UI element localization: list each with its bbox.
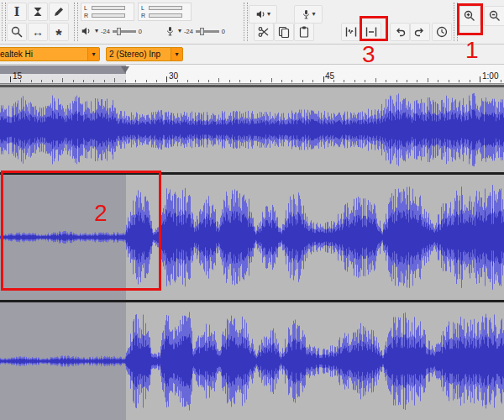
chevron-down-icon: ▾ (171, 48, 182, 60)
magnifier-icon (10, 25, 24, 39)
ruler-tick (375, 78, 376, 82)
annotation-label-1: 1 (465, 39, 479, 62)
ruler-tick (323, 76, 324, 82)
slider-knob[interactable] (117, 28, 121, 35)
copy-button[interactable] (274, 23, 294, 41)
ruler-tick (396, 80, 397, 82)
ruler-tick (135, 80, 136, 82)
annotation-box-selection (1, 171, 161, 291)
speaker-icon (255, 8, 267, 20)
slider-knob[interactable] (200, 28, 204, 35)
device-toolbar: one (Realtek Hi ▾ 2 (Stereo) Inp ▾ (0, 45, 504, 65)
meter-bar (149, 6, 182, 10)
ruler-tick (114, 78, 115, 82)
meter-left-label: L (141, 5, 146, 11)
ruler-tick (31, 80, 32, 82)
toolbar-grip[interactable] (244, 3, 248, 41)
chevron-down-icon: ▾ (87, 48, 99, 60)
ruler-tick (52, 80, 53, 82)
ruler-time-label: 1:00 (482, 71, 498, 81)
annotation-label-3: 3 (362, 43, 375, 66)
meter-bar (92, 6, 125, 10)
recording-device-select[interactable]: one (Realtek Hi ▾ (0, 47, 100, 61)
paste-button[interactable] (294, 23, 314, 41)
ruler-tick (480, 76, 480, 82)
volume-scale-max: 0 (222, 28, 225, 35)
ruler-tick (250, 80, 251, 82)
recording-meter-dropdown[interactable]: ▾ (294, 5, 323, 24)
ruler-tick (218, 78, 219, 82)
recording-slider-track[interactable] (196, 30, 219, 33)
chevron-down-icon: ▾ (178, 28, 181, 34)
ruler-tick (302, 80, 303, 82)
meter-left-label: L (84, 5, 89, 11)
ruler-time-label: 30 (169, 71, 178, 81)
ruler-tick (73, 80, 74, 82)
zoom-tool-button[interactable] (7, 23, 27, 41)
copy-icon (277, 25, 291, 39)
volume-scale-max: 0 (139, 28, 142, 35)
ruler-tick (438, 80, 438, 82)
zoom-out-button[interactable] (484, 6, 504, 26)
chevron-down-icon: ▾ (267, 11, 270, 18)
trim-audio-button[interactable] (341, 23, 361, 41)
ruler-tick (459, 80, 459, 82)
timeline-ruler[interactable]: 1530451:00 (0, 65, 504, 84)
meter-bar (149, 13, 182, 18)
redo-icon (413, 25, 427, 39)
chevron-down-icon: ▾ (312, 11, 315, 18)
meter-right-label: R (141, 13, 146, 18)
volume-scale-min: -24 (101, 28, 110, 35)
time-shift-tool-button[interactable]: ↔ (28, 23, 48, 41)
annotation-box-silence (360, 16, 388, 41)
play-at-speed-button[interactable] (432, 23, 452, 41)
envelope-tool-button[interactable] (28, 3, 48, 21)
clock-icon (435, 25, 449, 39)
draw-tool-button[interactable] (49, 3, 69, 21)
ruler-tick (260, 80, 261, 82)
recording-volume-slider[interactable]: ▾ -24 0 (165, 25, 225, 37)
playback-meter-dropdown[interactable]: ▾ (249, 5, 277, 24)
ruler-time-label: 15 (13, 71, 22, 81)
playback-volume-slider[interactable]: ▾ -24 0 (81, 25, 142, 37)
envelope-tool-icon (31, 5, 45, 18)
chevron-down-icon: ▾ (95, 28, 98, 34)
ruler-tick (501, 80, 501, 82)
recording-channels-select[interactable]: 2 (Stereo) Inp ▾ (106, 47, 183, 61)
zoom-out-icon (488, 9, 501, 23)
ruler-tick (83, 80, 84, 82)
ruler-tick (312, 80, 313, 82)
ruler-tick (291, 80, 292, 82)
ruler-tick (386, 80, 386, 82)
toolbar-grip[interactable] (2, 3, 6, 41)
selection-tool-button[interactable]: I (7, 3, 27, 21)
ruler-tick (156, 80, 157, 82)
multi-tool-icon: * (55, 27, 61, 43)
meter-bar (92, 13, 125, 18)
ruler-time-label: 45 (325, 71, 334, 81)
pencil-icon (52, 5, 66, 18)
ruler-tick (146, 80, 147, 82)
redo-button[interactable] (410, 23, 430, 41)
toolbar-grip[interactable] (74, 3, 78, 41)
ruler-tick (62, 78, 63, 82)
cut-button[interactable] (254, 23, 274, 41)
undo-button[interactable] (390, 23, 410, 41)
recording-channels-value: 2 (Stereo) Inp (107, 50, 171, 59)
ruler-tick (41, 80, 42, 82)
ruler-tick (125, 80, 126, 82)
track2-right-channel[interactable] (0, 302, 504, 420)
recording-meter: L R (138, 3, 192, 21)
track1-channel[interactable] (0, 87, 504, 172)
time-shift-icon: ↔ (32, 26, 44, 38)
ruler-tick (470, 80, 470, 82)
ruler-tick (208, 80, 209, 82)
multi-tool-button[interactable]: * (49, 23, 69, 41)
annotation-label-2: 2 (94, 202, 108, 225)
recording-device-value: one (Realtek Hi (0, 50, 87, 59)
microphone-icon (165, 25, 176, 37)
ruler-tick (407, 80, 407, 82)
audacity-window: I ↔ * L (0, 0, 504, 420)
playback-slider-track[interactable] (113, 30, 136, 33)
ruler-tick (198, 80, 199, 82)
